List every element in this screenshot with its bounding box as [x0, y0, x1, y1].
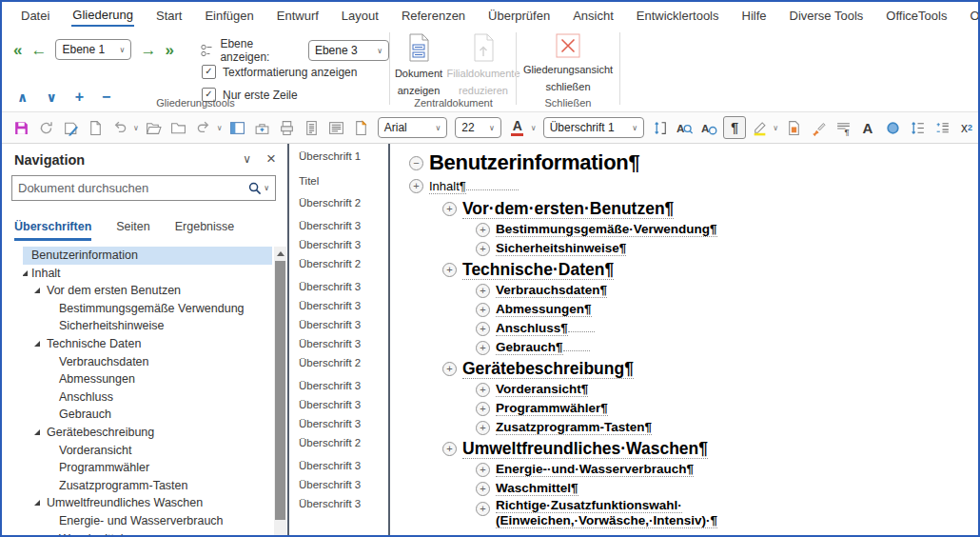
nav-item-gerätebeschreibung[interactable]: Gerätebeschreibung [23, 424, 272, 442]
nav-item-sicherheitshinweise[interactable]: Sicherheitshinweise [23, 317, 272, 335]
outline-row[interactable]: +Gerätebeschreibung¶ [390, 357, 978, 380]
outline-row[interactable]: +Zusatzprogramm-Tasten¶ [390, 418, 978, 437]
folder-icon[interactable] [167, 116, 190, 139]
chevron-down-icon[interactable]: ∨ [217, 124, 223, 132]
menu-hilfe[interactable]: Hilfe [731, 5, 778, 26]
outline-row[interactable]: +Abmessungen¶ [390, 300, 978, 319]
new-page-icon[interactable] [350, 116, 373, 139]
line-spacing-icon[interactable] [906, 116, 929, 139]
menu-ansicht[interactable]: Ansicht [561, 5, 625, 26]
nav-item-gebrauch[interactable]: Gebrauch [23, 406, 272, 424]
nav-item-benutzerinformation[interactable]: Benutzerinformation [23, 247, 272, 265]
expand-triangle-icon[interactable] [34, 429, 40, 435]
nav-item-waschmittel[interactable]: Waschmittel [23, 530, 272, 536]
outline-row[interactable]: +Waschmittel¶ [390, 479, 978, 498]
find-font-icon[interactable]: A [674, 116, 696, 139]
menu-officehelp[interactable]: OfficeHelp [958, 5, 978, 26]
menu-entwicklertools[interactable]: Entwicklertools [625, 5, 731, 26]
nav-item-inhalt[interactable]: Inhalt [23, 265, 272, 283]
expand-item-icon[interactable]: + [442, 263, 457, 277]
expand-item-icon[interactable]: + [476, 502, 490, 516]
expand-item-icon[interactable]: + [476, 223, 490, 237]
show-formatting-checkbox[interactable]: ✓ [202, 65, 216, 79]
outline-row[interactable]: +Gebrauch¶ [390, 338, 978, 357]
panel-toggle-icon[interactable] [226, 116, 249, 139]
font-size-select[interactable]: 22∨ [455, 117, 500, 138]
search-input[interactable] [12, 181, 243, 195]
superscript-icon[interactable]: x2 [955, 116, 978, 139]
nav-item-zusatzprogramm-tasten[interactable]: Zusatzprogramm-Tasten [23, 477, 272, 495]
menu-diverse-tools[interactable]: Diverse Tools [778, 5, 875, 26]
undo-icon[interactable] [108, 116, 131, 139]
show-level-select[interactable]: Ebene 3 ∨ [308, 40, 389, 61]
nav-item-anschluss[interactable]: Anschluss [23, 388, 272, 407]
expand-triangle-icon[interactable] [34, 288, 40, 293]
expand-item-icon[interactable]: + [476, 322, 490, 336]
outline-row[interactable]: +Umweltfreundliches·Waschen¶ [390, 437, 978, 460]
highlight-icon[interactable] [748, 116, 771, 139]
collapse-item-icon[interactable]: − [409, 156, 423, 170]
menu-einfügen[interactable]: Einfügen [193, 5, 265, 26]
paragraph-style-select[interactable]: Überschrift 1∨ [543, 117, 645, 138]
scroll-up-button[interactable] [274, 247, 286, 260]
expand-item-icon[interactable]: + [476, 421, 490, 435]
expand-item-icon[interactable]: + [476, 482, 490, 496]
font-color-icon[interactable]: A [506, 116, 529, 139]
pilcrow-toggle-icon[interactable]: ¶ [723, 116, 746, 139]
promote-button[interactable]: ← [30, 42, 47, 58]
outline-row[interactable]: +Sicherheitshinweise¶ [390, 239, 978, 258]
tab-überschriften[interactable]: Überschriften [14, 220, 91, 241]
font-a-icon[interactable]: A [856, 116, 879, 139]
toolbox-icon[interactable] [251, 116, 274, 139]
reload-icon[interactable] [34, 116, 57, 139]
open-folder-icon[interactable] [143, 116, 166, 139]
char-spacing-icon[interactable] [649, 116, 672, 139]
menu-überprüfen[interactable]: Überprüfen [477, 5, 561, 26]
paragraph-marks-icon[interactable]: ¶ [832, 116, 854, 139]
save-edit-icon[interactable] [59, 116, 82, 139]
expand-item-icon[interactable]: + [476, 303, 490, 317]
expand-item-icon[interactable]: + [476, 242, 490, 256]
nav-item-verbrauchsdaten[interactable]: Verbrauchsdaten [23, 353, 272, 371]
menu-gliederung[interactable]: Gliederung [61, 4, 145, 27]
chevron-down-icon[interactable]: ∨ [773, 124, 778, 132]
menu-entwurf[interactable]: Entwurf [265, 5, 330, 26]
close-pane-icon[interactable]: × [266, 149, 276, 169]
chevron-down-icon[interactable]: ∨ [531, 124, 537, 132]
expand-item-icon[interactable]: + [442, 362, 457, 376]
outline-row[interactable]: +Anschluss¶ [390, 319, 978, 338]
redo-icon[interactable] [192, 116, 215, 139]
outline-row[interactable]: −Benutzerinformation¶ [390, 150, 978, 175]
show-document-button[interactable]: Dokument anzeigen [390, 33, 447, 98]
outline-row[interactable]: +Inhalt¶ [390, 175, 978, 197]
expand-item-icon[interactable]: + [476, 341, 490, 355]
nav-item-umweltfreundliches-waschen[interactable]: Umweltfreundliches Waschen [23, 494, 272, 512]
new-document-icon[interactable] [84, 116, 107, 139]
menu-officetools[interactable]: OfficeTools [874, 5, 958, 26]
expand-triangle-icon[interactable] [23, 270, 28, 276]
outline-level-select[interactable]: Ebene 1 ∨ [55, 39, 131, 60]
expand-item-icon[interactable]: + [476, 463, 490, 477]
promote-to-heading1-button[interactable]: « [13, 42, 22, 58]
paragraph-spacing-icon[interactable] [931, 116, 953, 139]
nav-scrollbar[interactable] [274, 247, 286, 535]
expand-triangle-icon[interactable] [34, 341, 40, 347]
expand-triangle-icon[interactable] [34, 500, 40, 506]
font-name-select[interactable]: Arial∨ [378, 117, 448, 138]
menu-referenzen[interactable]: Referenzen [390, 5, 477, 26]
expand-item-icon[interactable]: + [476, 383, 490, 397]
tab-seiten[interactable]: Seiten [116, 220, 149, 241]
outline-row[interactable]: +Technische·Daten¶ [390, 258, 978, 281]
circle-tool-icon[interactable] [881, 116, 904, 139]
menu-layout[interactable]: Layout [330, 5, 390, 26]
scrollbar-thumb[interactable] [275, 261, 285, 520]
document-lines-icon[interactable] [301, 116, 323, 139]
document-outline[interactable]: −Benutzerinformation¶+Inhalt¶+Vor·dem·er… [390, 144, 978, 535]
nav-item-bestimmungsgemäße-verwendung[interactable]: Bestimmungsgemäße Verwendung [23, 300, 272, 318]
save-icon[interactable] [10, 116, 32, 139]
nav-item-vor-dem-ersten-benutzen[interactable]: Vor dem ersten Benutzen [23, 282, 272, 300]
chevron-down-icon[interactable]: ∨ [133, 124, 139, 132]
search-button[interactable]: ∨ [243, 182, 275, 195]
outline-row[interactable]: +Verbrauchsdaten¶ [390, 281, 978, 300]
demote-to-body-button[interactable]: » [165, 42, 173, 58]
